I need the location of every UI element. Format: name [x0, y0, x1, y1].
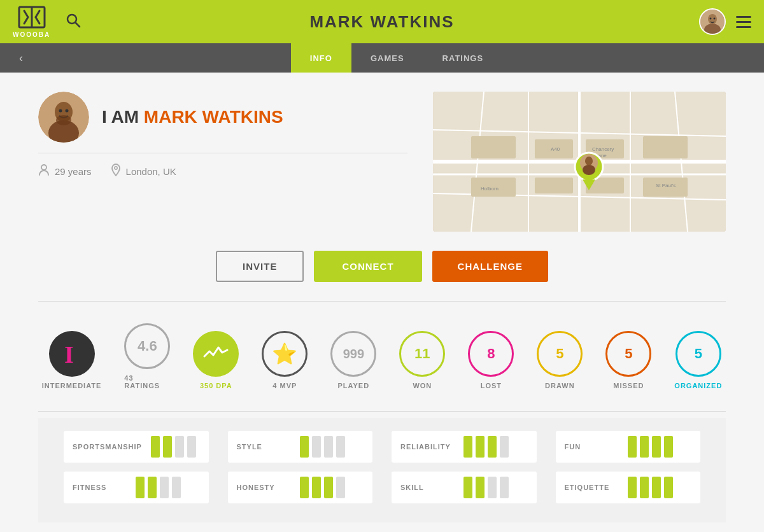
- profile-heading: I AM MARK WATKINS: [102, 107, 283, 127]
- divider-1: [38, 153, 407, 153]
- rating-label: FITNESS: [73, 484, 127, 491]
- bar-filled: [476, 477, 485, 498]
- woooba-logo: WOOOBA: [13, 6, 50, 38]
- ratings-section: SPORTSMANSHIPSTYLERELIABILITYFUNFITNESSH…: [38, 418, 726, 522]
- profile-left: I AM MARK WATKINS 29 years: [38, 92, 407, 232]
- rating-label: HONESTY: [237, 484, 291, 491]
- won-circle: 11: [399, 331, 445, 377]
- invite-button[interactable]: INVITE: [216, 251, 304, 282]
- missed-circle: 5: [605, 331, 651, 377]
- bar-filled: [324, 477, 333, 498]
- profile-section: I AM MARK WATKINS 29 years: [38, 92, 726, 232]
- bar-filled: [628, 477, 637, 498]
- bar-filled: [652, 436, 661, 458]
- rating-item: STYLE: [228, 431, 373, 463]
- rating-item: SKILL: [392, 472, 537, 503]
- svg-point-43: [583, 165, 595, 175]
- svg-rect-31: [471, 136, 516, 158]
- stat-organized: 5 ORGANIZED: [663, 331, 733, 389]
- stat-label-ratings: 43 RATINGS: [124, 374, 170, 389]
- svg-point-13: [66, 109, 69, 113]
- rating-label: STYLE: [237, 443, 291, 451]
- rating-item: HONESTY: [228, 472, 373, 503]
- logo-area: WOOOBA: [13, 6, 89, 38]
- search-button[interactable]: [66, 13, 81, 31]
- stat-label-won: WON: [413, 382, 432, 389]
- age-item: 29 years: [38, 164, 92, 179]
- profile-meta: 29 years London, UK: [38, 164, 407, 179]
- challenge-button[interactable]: CHALLENGE: [432, 251, 548, 282]
- dpa-circle: [193, 331, 239, 377]
- bar-filled: [488, 436, 497, 458]
- svg-text:A40: A40: [551, 146, 560, 152]
- hamburger-line-2: [736, 21, 751, 23]
- back-button[interactable]: ‹: [13, 48, 29, 69]
- tab-info[interactable]: INFO: [291, 43, 351, 73]
- activity-icon: [201, 339, 231, 369]
- rating-bars: [463, 477, 509, 498]
- user-avatar[interactable]: [699, 8, 726, 35]
- rating-label: FUN: [565, 443, 619, 451]
- rating-label: ETIQUETTE: [565, 484, 619, 491]
- svg-text:Holborn: Holborn: [481, 186, 499, 192]
- profile-avatar: [38, 92, 89, 143]
- bar-empty: [160, 477, 169, 498]
- bar-filled: [312, 477, 321, 498]
- played-circle: 999: [330, 331, 376, 377]
- tab-games[interactable]: GAMES: [351, 43, 423, 73]
- rating-bars: [628, 477, 673, 498]
- connect-button[interactable]: CONNECT: [314, 251, 421, 282]
- stat-label-lost: LOST: [481, 382, 502, 389]
- bar-filled: [463, 436, 472, 458]
- rating-bars: [300, 436, 345, 458]
- organized-circle: 5: [676, 331, 721, 377]
- rating-bars: [463, 436, 509, 458]
- bar-empty: [324, 436, 333, 458]
- ratings-circle: 4.6: [124, 323, 170, 369]
- map-area: A40 Chancery Lane St Paul's Holborn: [433, 92, 726, 232]
- location-item: London, UK: [111, 164, 176, 179]
- page-title: MARK WATKINS: [89, 12, 675, 32]
- stat-label-intermediate: INTERMEDIATE: [42, 382, 102, 389]
- main-content: I AM MARK WATKINS 29 years: [0, 73, 764, 532]
- svg-point-8: [714, 18, 716, 20]
- profile-location: London, UK: [126, 166, 176, 177]
- top-header: WOOOBA MARK WATKINS: [0, 0, 764, 43]
- bar-empty: [175, 436, 184, 458]
- ratings-grid: SPORTSMANSHIPSTYLERELIABILITYFUNFITNESSH…: [64, 431, 700, 503]
- profile-name: MARK WATKINS: [144, 107, 283, 127]
- stat-label-dpa: 350 DPA: [200, 382, 232, 389]
- location-icon: [111, 164, 121, 179]
- svg-point-7: [710, 18, 712, 20]
- profile-avatar-image: [38, 92, 89, 143]
- svg-point-42: [585, 157, 593, 165]
- name-prefix: I AM: [102, 107, 144, 127]
- bar-filled: [463, 477, 472, 498]
- bar-filled: [136, 477, 145, 498]
- rating-item: RELIABILITY: [392, 431, 537, 463]
- stat-label-played: PLAYED: [338, 382, 370, 389]
- tab-ratings[interactable]: RATINGS: [423, 43, 503, 73]
- intermediate-icon: I: [49, 331, 95, 377]
- menu-button[interactable]: [736, 16, 751, 28]
- bar-filled: [300, 477, 309, 498]
- stat-missed: 5 MISSED: [594, 331, 663, 389]
- star-icon: ⭐: [272, 342, 297, 366]
- bar-empty: [488, 477, 497, 498]
- stat-label-missed: MISSED: [613, 382, 644, 389]
- stat-mvp: ⭐ 4 MVP: [250, 331, 319, 389]
- search-icon: [66, 13, 81, 28]
- svg-rect-29: [535, 178, 573, 193]
- bar-empty: [500, 477, 509, 498]
- stats-row: I INTERMEDIATE 4.6 43 RATINGS 350 DPA ⭐ …: [38, 308, 726, 405]
- rating-label: RELIABILITY: [400, 443, 455, 451]
- bar-filled: [300, 436, 309, 458]
- svg-line-3: [76, 23, 80, 27]
- mvp-circle: ⭐: [262, 331, 308, 377]
- rating-label: SKILL: [400, 484, 455, 491]
- map-svg: A40 Chancery Lane St Paul's Holborn: [433, 92, 726, 232]
- bar-filled: [628, 436, 637, 458]
- nav-tabs: INFO GAMES RATINGS: [291, 43, 502, 73]
- rating-item: SPORTSMANSHIP: [64, 431, 209, 463]
- profile-age: 29 years: [55, 166, 92, 177]
